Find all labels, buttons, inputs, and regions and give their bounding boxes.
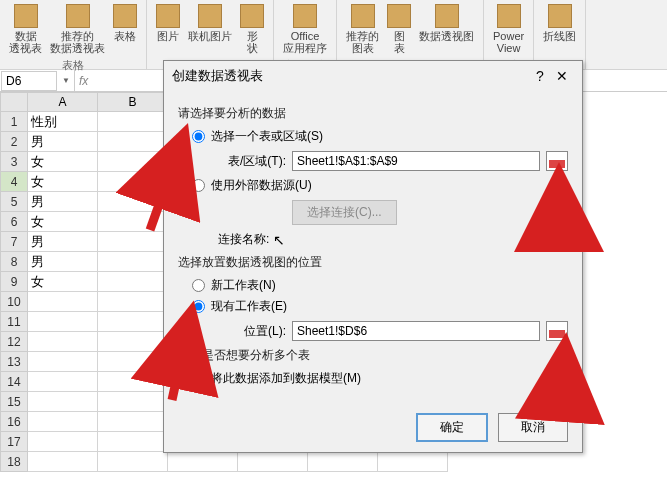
range-picker-icon[interactable] xyxy=(546,151,568,171)
close-icon[interactable]: ✕ xyxy=(550,68,574,84)
name-box[interactable] xyxy=(1,71,57,91)
row-header[interactable]: 17 xyxy=(0,432,28,452)
ribbon-button[interactable]: 数据 透视表 xyxy=(6,2,45,56)
cell[interactable]: 男 xyxy=(28,132,98,152)
row-header[interactable]: 14 xyxy=(0,372,28,392)
cell[interactable] xyxy=(98,432,168,452)
radio-external-input[interactable] xyxy=(192,179,205,192)
cell[interactable] xyxy=(98,152,168,172)
cell[interactable] xyxy=(168,452,238,472)
ribbon-button[interactable]: 图 表 xyxy=(384,2,414,56)
checkbox-data-model-input[interactable] xyxy=(192,372,205,385)
radio-new-sheet-input[interactable] xyxy=(192,279,205,292)
ribbon-button[interactable]: 数据透视图 xyxy=(416,2,477,56)
cell[interactable] xyxy=(28,392,98,412)
cell[interactable] xyxy=(238,452,308,472)
ribbon-button[interactable]: 折线图 xyxy=(540,2,579,44)
help-icon[interactable]: ? xyxy=(530,68,550,84)
cell[interactable] xyxy=(98,132,168,152)
connection-name-label: 连接名称: xyxy=(218,231,269,248)
cell[interactable]: 女 xyxy=(28,152,98,172)
ok-button[interactable]: 确定 xyxy=(416,413,488,442)
row-header[interactable]: 3 xyxy=(0,152,28,172)
row-header[interactable]: 9 xyxy=(0,272,28,292)
cell[interactable]: 女 xyxy=(28,172,98,192)
cell[interactable] xyxy=(98,112,168,132)
ribbon-label: Office 应用程序 xyxy=(283,30,327,54)
row-header[interactable]: 1 xyxy=(0,112,28,132)
cell[interactable] xyxy=(378,452,448,472)
row-header[interactable]: 7 xyxy=(0,232,28,252)
range-input[interactable] xyxy=(292,151,540,171)
row-header[interactable]: 2 xyxy=(0,132,28,152)
cell[interactable] xyxy=(98,332,168,352)
cell[interactable] xyxy=(98,252,168,272)
column-header[interactable]: A xyxy=(28,92,98,112)
cell[interactable] xyxy=(28,332,98,352)
ribbon-button[interactable]: 推荐的 数据透视表 xyxy=(47,2,108,56)
cell[interactable] xyxy=(28,352,98,372)
row-header[interactable]: 16 xyxy=(0,412,28,432)
row-header[interactable]: 5 xyxy=(0,192,28,212)
row-header[interactable]: 11 xyxy=(0,312,28,332)
cell[interactable] xyxy=(98,292,168,312)
choose-connection-button: 选择连接(C)... xyxy=(292,200,397,225)
location-picker-icon[interactable] xyxy=(546,321,568,341)
cell[interactable]: 男 xyxy=(28,192,98,212)
radio-new-sheet[interactable]: 新工作表(N) xyxy=(192,277,568,294)
cell[interactable]: 性别 xyxy=(28,112,98,132)
ribbon-button[interactable]: 图片 xyxy=(153,2,183,56)
radio-external-label: 使用外部数据源(U) xyxy=(211,177,312,194)
radio-external-source[interactable]: 使用外部数据源(U) xyxy=(192,177,568,194)
cell[interactable] xyxy=(98,352,168,372)
cell[interactable] xyxy=(28,312,98,332)
ribbon-button[interactable]: Office 应用程序 xyxy=(280,2,330,56)
ribbon-button[interactable]: 形 状 xyxy=(237,2,267,56)
cell[interactable] xyxy=(28,452,98,472)
cell[interactable] xyxy=(28,372,98,392)
row-header[interactable]: 13 xyxy=(0,352,28,372)
cell[interactable] xyxy=(98,372,168,392)
cell[interactable] xyxy=(308,452,378,472)
row-header[interactable]: 12 xyxy=(0,332,28,352)
row-header[interactable]: 4 xyxy=(0,172,28,192)
column-header[interactable]: B xyxy=(98,92,168,112)
radio-existing-input[interactable] xyxy=(192,300,205,313)
radio-existing-sheet[interactable]: 现有工作表(E) xyxy=(192,298,568,315)
radio-select-range-input[interactable] xyxy=(192,130,205,143)
select-all-corner[interactable] xyxy=(0,92,28,112)
cell[interactable] xyxy=(28,432,98,452)
ribbon-icon xyxy=(435,4,459,28)
ribbon-button[interactable]: 推荐的 图表 xyxy=(343,2,382,56)
ribbon-button[interactable]: 表格 xyxy=(110,2,140,56)
name-box-dropdown-icon[interactable]: ▼ xyxy=(58,76,74,85)
ribbon-icon xyxy=(387,4,411,28)
cell[interactable] xyxy=(98,272,168,292)
cell[interactable]: 男 xyxy=(28,252,98,272)
cell[interactable]: 女 xyxy=(28,212,98,232)
cell[interactable] xyxy=(28,292,98,312)
cell[interactable] xyxy=(98,392,168,412)
row-header[interactable]: 6 xyxy=(0,212,28,232)
location-input[interactable] xyxy=(292,321,540,341)
cell[interactable] xyxy=(98,312,168,332)
row-header[interactable]: 10 xyxy=(0,292,28,312)
row-header[interactable]: 18 xyxy=(0,452,28,472)
row-header[interactable]: 15 xyxy=(0,392,28,412)
cell[interactable]: 男 xyxy=(28,232,98,252)
ribbon-button[interactable]: Power View xyxy=(490,2,527,56)
checkbox-data-model[interactable]: 将此数据添加到数据模型(M) xyxy=(192,370,568,387)
cell[interactable]: 女 xyxy=(28,272,98,292)
cell[interactable] xyxy=(98,172,168,192)
ribbon-button[interactable]: 联机图片 xyxy=(185,2,235,56)
cell[interactable] xyxy=(28,412,98,432)
cell[interactable] xyxy=(98,452,168,472)
row-header[interactable]: 8 xyxy=(0,252,28,272)
radio-select-range[interactable]: 选择一个表或区域(S) xyxy=(192,128,568,145)
cancel-button[interactable]: 取消 xyxy=(498,413,568,442)
cell[interactable] xyxy=(98,192,168,212)
cell[interactable] xyxy=(98,412,168,432)
cell[interactable] xyxy=(98,212,168,232)
cell[interactable] xyxy=(98,232,168,252)
radio-new-sheet-label: 新工作表(N) xyxy=(211,277,276,294)
